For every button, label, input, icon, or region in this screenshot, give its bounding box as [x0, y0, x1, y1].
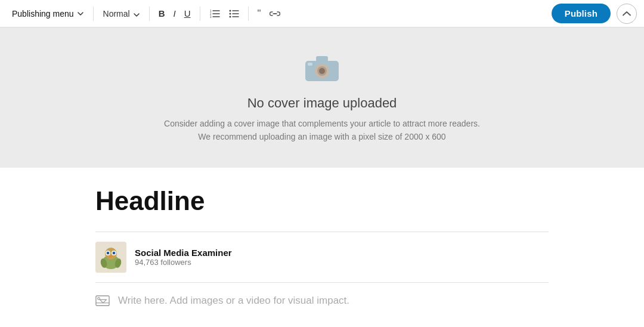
write-here-row[interactable]: Write here. Add images or a video for vi… [95, 295, 549, 307]
svg-rect-18 [308, 63, 312, 66]
divider-3 [200, 7, 200, 21]
link-button[interactable] [265, 6, 284, 21]
no-cover-desc-line2: We recommend uploading an image with a p… [164, 130, 480, 143]
author-name: Social Media Examiner [135, 248, 232, 258]
cover-area: No cover image uploaded Consider adding … [0, 27, 644, 168]
text-style-label: Normal [103, 9, 130, 18]
author-divider-bottom [95, 282, 549, 283]
svg-rect-31 [96, 295, 109, 306]
bold-button[interactable]: B [154, 5, 169, 22]
author-followers: 94,763 followers [135, 258, 232, 267]
author-row: Social Media Examiner 94,763 followers [95, 242, 549, 273]
author-info: Social Media Examiner 94,763 followers [135, 248, 232, 267]
list-format-group: 1 2 3 [205, 5, 243, 22]
toolbar: Publishing menu Normal B I U 1 2 3 [0, 0, 644, 27]
svg-marker-33 [100, 300, 106, 303]
publishing-menu-chevron-icon [78, 11, 83, 17]
svg-point-16 [319, 68, 325, 74]
no-cover-desc-line1: Consider adding a cover image that compl… [164, 117, 480, 130]
no-cover-desc: Consider adding a cover image that compl… [164, 117, 480, 144]
camera-icon [303, 51, 341, 86]
publishing-menu-button[interactable]: Publishing menu [7, 5, 88, 22]
no-cover-title: No cover image uploaded [247, 95, 397, 111]
text-style-chevron-icon [134, 9, 140, 18]
author-avatar [95, 242, 126, 273]
publishing-menu-label: Publishing menu [12, 9, 74, 18]
author-divider-top [95, 232, 549, 232]
collapse-button[interactable] [617, 4, 637, 24]
svg-rect-17 [316, 56, 328, 62]
svg-point-7 [229, 13, 231, 14]
svg-point-8 [229, 16, 231, 17]
toolbar-right: Publish [552, 4, 637, 24]
write-here-placeholder: Write here. Add images or a video for vi… [118, 295, 349, 307]
italic-button[interactable]: I [169, 5, 179, 22]
main-content: Headline [0, 168, 644, 319]
divider-1 [93, 7, 94, 21]
headline[interactable]: Headline [95, 186, 549, 217]
svg-point-34 [98, 297, 100, 300]
svg-point-26 [107, 252, 109, 254]
svg-text:3: 3 [210, 15, 212, 18]
write-here-icon [95, 295, 110, 306]
publish-button[interactable]: Publish [552, 4, 611, 23]
divider-4 [248, 7, 249, 21]
divider-2 [149, 7, 150, 21]
svg-point-6 [229, 10, 231, 11]
underline-button[interactable]: U [180, 5, 195, 22]
unordered-list-button[interactable] [224, 5, 243, 22]
text-format-group: B I U [154, 5, 195, 22]
text-style-select[interactable]: Normal [98, 5, 144, 22]
svg-point-27 [113, 252, 114, 254]
extra-format-group: " [253, 4, 284, 23]
ordered-list-button[interactable]: 1 2 3 [205, 5, 224, 22]
blockquote-button[interactable]: " [253, 4, 265, 23]
